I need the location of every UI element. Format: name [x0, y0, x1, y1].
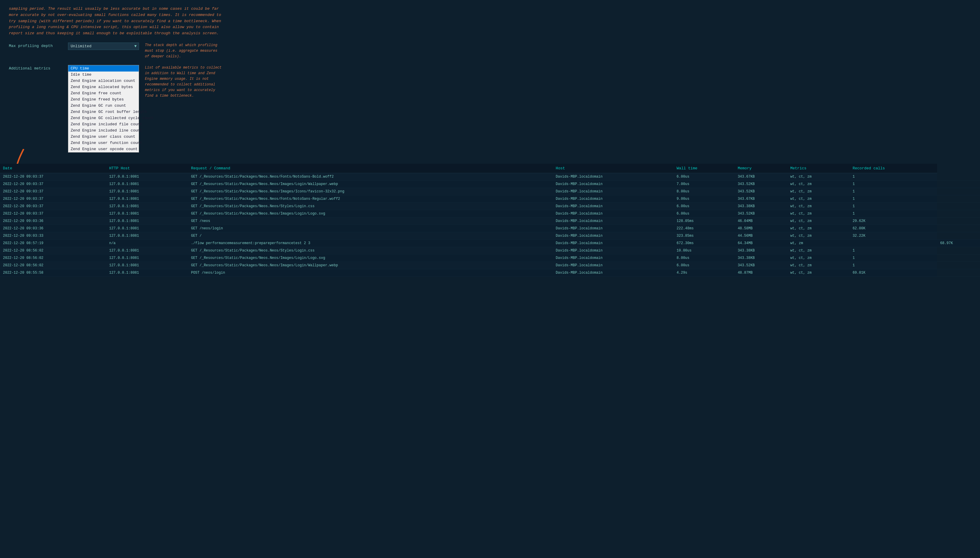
- table-cell: 32.22K: [850, 232, 937, 240]
- dropdown-item[interactable]: Zend Engine GC collected cycle count: [68, 115, 139, 121]
- table-cell: 4.29s: [674, 269, 735, 276]
- dropdown-item[interactable]: Zend Engine GC run count: [68, 103, 139, 109]
- table-row[interactable]: 2022-12-20 09:03:37127.0.0.1:8081GET /_R…: [0, 210, 980, 217]
- table-cell: wt, ct, zm: [787, 269, 850, 276]
- table-row[interactable]: 2022-12-20 09:03:36127.0.0.1:8081GET /ne…: [0, 225, 980, 232]
- table-cell: 62.00K: [850, 225, 937, 232]
- table-row[interactable]: 2022-12-20 08:55:58127.0.0.1:8081POST /n…: [0, 269, 980, 276]
- table-cell: n/a: [106, 240, 188, 247]
- table-cell: 128.05ms: [674, 217, 735, 225]
- dropdown-item[interactable]: Zend Engine allocated bytes: [68, 84, 139, 90]
- table-cell: Davids-MBP.localdomain: [553, 261, 674, 269]
- table-cell: 2022-12-20 08:56:02: [0, 261, 106, 269]
- table-cell: wt, ct, zm: [787, 225, 850, 232]
- config-section: sampling period. The result will usually…: [0, 0, 231, 161]
- col-host: Host: [553, 164, 674, 173]
- table-cell: 127.0.0.1:8081: [106, 180, 188, 188]
- dropdown-item[interactable]: Zend Engine user function count: [68, 140, 139, 146]
- additional-metrics-hint: List of available metrics to collect in …: [145, 65, 222, 99]
- table-cell: 2022-12-20 09:03:36: [0, 217, 106, 225]
- table-cell: 343.38KB: [735, 247, 788, 254]
- table-cell: 69.01K: [850, 269, 937, 276]
- dropdown-item[interactable]: Zend Engine user class count: [68, 134, 139, 140]
- table-row[interactable]: 2022-12-20 09:03:37127.0.0.1:8081GET /_R…: [0, 188, 980, 195]
- table-cell: 44.56MB: [735, 232, 788, 240]
- requests-table: Date HTTP Host Request / Command Host Wa…: [0, 164, 980, 277]
- table-cell: 343.38KB: [735, 254, 788, 261]
- table-cell: wt, ct, zm: [787, 195, 850, 202]
- max-depth-select[interactable]: Unlimited 10 20 50 100: [68, 43, 139, 50]
- table-cell: 127.0.0.1:8081: [106, 269, 188, 276]
- table-cell: 2022-12-20 09:03:37: [0, 188, 106, 195]
- table-cell: 1: [850, 173, 937, 180]
- table-cell: Davids-MBP.localdomain: [553, 232, 674, 240]
- table-cell: Davids-MBP.localdomain: [553, 188, 674, 195]
- table-cell: 2022-12-20 09:03:37: [0, 173, 106, 180]
- table-cell: 127.0.0.1:8081: [106, 195, 188, 202]
- table-cell: 127.0.0.1:8081: [106, 247, 188, 254]
- max-depth-hint: The stack depth at which profiling must …: [145, 43, 222, 60]
- table-cell: GET /_Resources/Static/Packages/Neos.Neo…: [188, 210, 553, 217]
- table-cell: POST /neos/login: [188, 269, 553, 276]
- table-cell: 2022-12-20 09:03:37: [0, 210, 106, 217]
- table-row[interactable]: 2022-12-20 08:56:02127.0.0.1:8081GET /_R…: [0, 261, 980, 269]
- table-cell: Davids-MBP.localdomain: [553, 225, 674, 232]
- metrics-dropdown-list[interactable]: CPU timeIdle timeZend Engine allocation …: [68, 65, 139, 153]
- table-cell: Davids-MBP.localdomain: [553, 269, 674, 276]
- dropdown-item[interactable]: Zend Engine allocation count: [68, 78, 139, 84]
- table-cell: 323.85ms: [674, 232, 735, 240]
- dropdown-item[interactable]: Zend Engine free count: [68, 90, 139, 96]
- dropdown-item[interactable]: Zend Engine GC root buffer length: [68, 109, 139, 115]
- table-row[interactable]: 2022-12-20 09:03:37127.0.0.1:8081GET /_R…: [0, 195, 980, 202]
- dropdown-item[interactable]: Zend Engine included file count: [68, 121, 139, 127]
- table-cell: 343.52KB: [735, 180, 788, 188]
- table-cell: 127.0.0.1:8081: [106, 232, 188, 240]
- table-cell: wt, ct, zm: [787, 232, 850, 240]
- table-row[interactable]: 2022-12-20 09:03:33127.0.0.1:8081GET /Da…: [0, 232, 980, 240]
- table-cell: 127.0.0.1:8081: [106, 173, 188, 180]
- dropdown-item[interactable]: Idle time: [68, 72, 139, 78]
- dropdown-item[interactable]: Zend Engine included line count: [68, 127, 139, 134]
- table-cell: 2022-12-20 08:56:02: [0, 247, 106, 254]
- table-cell: Davids-MBP.localdomain: [553, 240, 674, 247]
- table-row[interactable]: 2022-12-20 09:03:37127.0.0.1:8081GET /_R…: [0, 202, 980, 210]
- table-cell: wt, ct, zm: [787, 180, 850, 188]
- dropdown-item[interactable]: Zend Engine user opcode count: [68, 146, 139, 152]
- table-row[interactable]: 2022-12-20 09:03:36127.0.0.1:8081GET /ne…: [0, 217, 980, 225]
- table-cell: 10.00us: [674, 247, 735, 254]
- table-cell: wt, ct, zm: [787, 202, 850, 210]
- table-cell: wt, ct, zm: [787, 173, 850, 180]
- col-http-host: HTTP Host: [106, 164, 188, 173]
- table-cell: GET /_Resources/Static/Packages/Neos.Neo…: [188, 254, 553, 261]
- table-cell: 1: [850, 247, 937, 254]
- table-cell: 8.00us: [674, 188, 735, 195]
- table-row[interactable]: 2022-12-20 08:57:19n/a./flow performance…: [0, 240, 980, 247]
- table-cell: GET /: [188, 232, 553, 240]
- table-cell: 127.0.0.1:8081: [106, 202, 188, 210]
- table-row[interactable]: 2022-12-20 09:03:37127.0.0.1:8081GET /_R…: [0, 180, 980, 188]
- table-cell: wt, ct, zm: [787, 261, 850, 269]
- additional-metrics-label: Additional metrics: [9, 65, 62, 71]
- table-cell: 343.52KB: [735, 188, 788, 195]
- table-cell: 2022-12-20 09:03:33: [0, 232, 106, 240]
- table-cell: wt, ct, zm: [787, 210, 850, 217]
- table-cell: 64.34MB: [735, 240, 788, 247]
- table-cell: 2022-12-20 08:56:02: [0, 254, 106, 261]
- table-cell: Davids-MBP.localdomain: [553, 217, 674, 225]
- table-row[interactable]: 2022-12-20 08:56:02127.0.0.1:8081GET /_R…: [0, 254, 980, 261]
- table-cell: 672.30ms: [674, 240, 735, 247]
- dropdown-item[interactable]: Zend Engine freed bytes: [68, 96, 139, 103]
- table-row[interactable]: 2022-12-20 08:56:02127.0.0.1:8081GET /_R…: [0, 247, 980, 254]
- table-cell: 2022-12-20 09:03:37: [0, 180, 106, 188]
- table-cell: 2022-12-20 09:03:37: [0, 202, 106, 210]
- table-cell: 343.52KB: [735, 261, 788, 269]
- max-depth-control: Unlimited 10 20 50 100 ▼ The stack depth…: [68, 43, 222, 60]
- table-row[interactable]: 2022-12-20 09:03:37127.0.0.1:8081GET /_R…: [0, 173, 980, 180]
- table-cell: 48.58MB: [735, 225, 788, 232]
- table-cell: 127.0.0.1:8081: [106, 210, 188, 217]
- max-depth-row: Max profiling depth Unlimited 10 20 50 1…: [9, 43, 222, 60]
- table-cell: 127.0.0.1:8081: [106, 225, 188, 232]
- dropdown-item[interactable]: CPU time: [68, 65, 139, 72]
- description-text: sampling period. The result will usually…: [9, 6, 222, 37]
- table-cell: 1: [850, 254, 937, 261]
